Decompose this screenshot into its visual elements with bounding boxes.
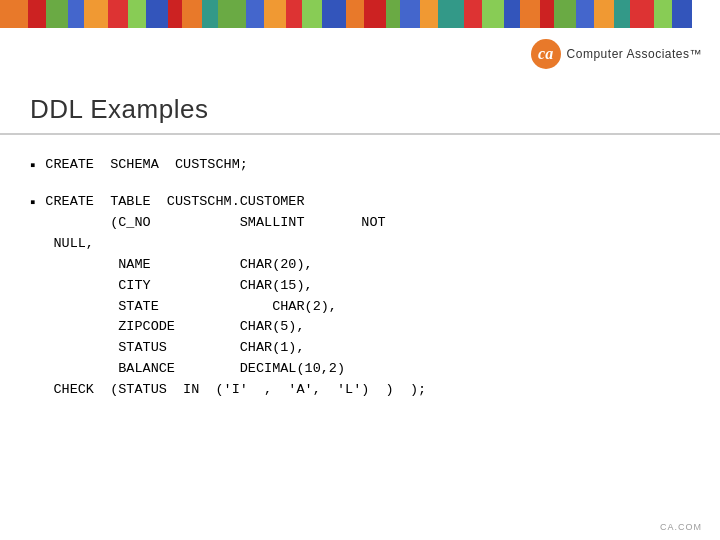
- page-title: DDL Examples: [30, 94, 690, 125]
- logo-area: ca Computer Associates™: [531, 39, 702, 69]
- banner-segment: [302, 0, 322, 28]
- code-block-1: CREATE SCHEMA CUSTSCHM;: [45, 155, 248, 176]
- banner-segment: [84, 0, 108, 28]
- code-line-2-10: CHECK (STATUS IN ('I' , 'A', 'L') ) );: [45, 380, 426, 401]
- header: ca Computer Associates™: [0, 28, 720, 80]
- banner-segment: [672, 0, 692, 28]
- banner-segment: [464, 0, 482, 28]
- bullet-1-icon: ▪: [30, 156, 35, 173]
- bullet-item-2: ▪ CREATE TABLE CUSTSCHM.CUSTOMER (C_NO S…: [30, 192, 690, 401]
- company-name: Computer Associates™: [567, 47, 702, 61]
- ca-logo-circle: ca: [531, 39, 561, 69]
- banner-segment: [146, 0, 168, 28]
- banner-segment: [182, 0, 202, 28]
- banner-segment: [576, 0, 594, 28]
- code-line-2-7: ZIPCODE CHAR(5),: [45, 317, 426, 338]
- banner-segment: [202, 0, 218, 28]
- banner-segment: [482, 0, 504, 28]
- banner-segment: [322, 0, 346, 28]
- code-block-2: CREATE TABLE CUSTSCHM.CUSTOMER (C_NO SMA…: [45, 192, 426, 401]
- banner-segment: [654, 0, 672, 28]
- banner-segment: [364, 0, 386, 28]
- code-line-2-1: CREATE TABLE CUSTSCHM.CUSTOMER: [45, 192, 426, 213]
- code-line-1: CREATE SCHEMA CUSTSCHM;: [45, 155, 248, 176]
- banner-segment: [630, 0, 654, 28]
- banner-segment: [68, 0, 84, 28]
- footer: ca.com: [660, 522, 702, 532]
- banner-segment: [614, 0, 630, 28]
- banner-segment: [46, 0, 68, 28]
- banner-segment: [438, 0, 464, 28]
- banner-segment: [246, 0, 264, 28]
- banner-segment: [520, 0, 540, 28]
- code-line-2-9: BALANCE DECIMAL(10,2): [45, 359, 426, 380]
- banner-segment: [0, 0, 28, 28]
- banner-segment: [540, 0, 554, 28]
- banner-segment: [504, 0, 520, 28]
- banner-segment: [594, 0, 614, 28]
- code-line-2-3: NULL,: [45, 234, 426, 255]
- code-line-2-4: NAME CHAR(20),: [45, 255, 426, 276]
- banner-segment: [420, 0, 438, 28]
- banner-segment: [286, 0, 302, 28]
- ca-logo-letter: ca: [538, 45, 553, 63]
- banner-segment: [168, 0, 182, 28]
- banner-segment: [128, 0, 146, 28]
- title-section: DDL Examples: [0, 80, 720, 135]
- main-content: ▪ CREATE SCHEMA CUSTSCHM; ▪ CREATE TABLE…: [0, 145, 720, 427]
- code-line-2-6: STATE CHAR(2),: [45, 297, 426, 318]
- banner-segment: [218, 0, 246, 28]
- banner-segment: [400, 0, 420, 28]
- bullet-item-1: ▪ CREATE SCHEMA CUSTSCHM;: [30, 155, 690, 176]
- banner-segment: [554, 0, 576, 28]
- banner-segment: [386, 0, 400, 28]
- code-line-2-5: CITY CHAR(15),: [45, 276, 426, 297]
- code-line-2-2: (C_NO SMALLINT NOT: [45, 213, 426, 234]
- banner-segment: [264, 0, 286, 28]
- banner-segment: [108, 0, 128, 28]
- banner-segment: [346, 0, 364, 28]
- bullet-2-icon: ▪: [30, 193, 35, 210]
- footer-text: ca.com: [660, 522, 702, 532]
- banner-segment: [28, 0, 46, 28]
- top-banner: [0, 0, 720, 28]
- code-line-2-8: STATUS CHAR(1),: [45, 338, 426, 359]
